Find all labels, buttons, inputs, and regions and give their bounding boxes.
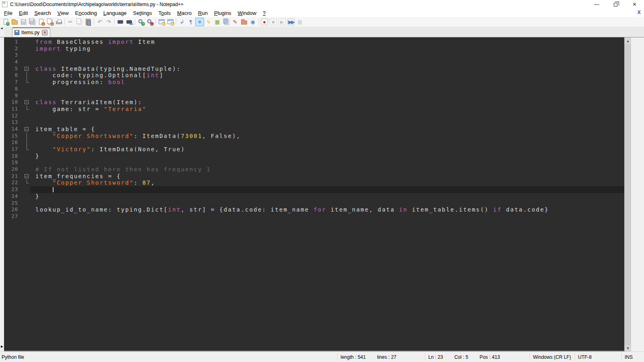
scrollbar-thumb[interactable] — [625, 44, 631, 345]
fold-margin — [23, 133, 31, 140]
zoom-in-icon[interactable]: + — [136, 18, 145, 26]
code-text: lookup_id_to_name: typing.Dict[int, str]… — [31, 206, 624, 213]
code-line-13: 13 — [4, 119, 624, 126]
line-number: 10 — [4, 99, 23, 106]
macro-stop-icon[interactable]: ■ — [269, 18, 278, 26]
text-caret — [53, 187, 54, 192]
menu-help[interactable]: ? — [260, 10, 269, 16]
show-indent-guide-icon[interactable]: ≡ — [195, 18, 204, 26]
line-number: 6 — [4, 72, 23, 79]
menu-plugins[interactable]: Plugins — [211, 10, 235, 16]
code-text: class TerrariaItem(Item): — [31, 99, 624, 106]
menu-view[interactable]: View — [54, 10, 72, 16]
line-number: 23 — [4, 186, 23, 193]
toolbar-separator — [155, 19, 156, 25]
code-editor[interactable]: 1from BaseClasses import Item2import typ… — [4, 37, 624, 352]
find-icon[interactable] — [116, 18, 125, 26]
fold-margin — [23, 59, 31, 66]
monitoring-icon[interactable]: ◉ — [248, 18, 257, 26]
word-wrap-icon[interactable]: ↲ — [178, 18, 186, 26]
code-line-12: 12 — [4, 113, 624, 119]
tab-close-icon[interactable]: ✕ — [42, 30, 47, 35]
function-list-icon[interactable]: ϟ — [204, 18, 213, 26]
menu-macro[interactable]: Macro — [174, 10, 195, 16]
code-line-6: 6 code: typing.Optional[int] — [4, 72, 624, 79]
document-map-icon[interactable]: ▦ — [213, 18, 222, 26]
grip-dots-bottom: :::: — [0, 348, 4, 352]
replace-icon[interactable]: ab — [125, 18, 134, 26]
menu-window[interactable]: Window — [235, 10, 260, 16]
fold-collapse-icon[interactable]: − — [25, 174, 29, 178]
status-eol-format[interactable]: Windows (CR LF) — [530, 353, 575, 361]
open-file-icon[interactable] — [10, 18, 19, 26]
macro-run-multiple-icon[interactable]: ▶▶ — [287, 18, 295, 26]
code-line-14: 14−item_table = { — [4, 126, 624, 133]
title-bar: C:\Users\Dood\Documents\tmp\Archipelago\… — [0, 0, 644, 9]
status-length-lines: length : 541lines : 27 — [337, 353, 425, 361]
close-all-icon[interactable]: – — [45, 18, 54, 26]
menu-encoding[interactable]: Encoding — [72, 10, 100, 16]
line-number: 14 — [4, 126, 23, 133]
menu-edit[interactable]: Edit — [16, 10, 31, 16]
minimize-button[interactable]: — — [587, 0, 606, 9]
fold-margin — [23, 113, 31, 119]
save-icon[interactable] — [19, 18, 28, 26]
restore-button[interactable] — [606, 0, 625, 9]
macro-play-icon[interactable]: ▶ — [278, 18, 287, 26]
fold-margin — [23, 119, 31, 126]
cut-icon[interactable]: ✂ — [66, 18, 75, 26]
fold-collapse-icon[interactable]: − — [25, 100, 29, 104]
fold-margin — [23, 139, 31, 146]
vertical-scrollbar[interactable]: ▲ ▼ — [624, 37, 631, 352]
macro-save-icon[interactable]: ▦ — [295, 18, 304, 26]
grip-dots-top: :::: — [0, 37, 4, 41]
toolbar-separator — [176, 19, 176, 25]
print-icon[interactable] — [54, 18, 63, 26]
folder-as-workspace-icon[interactable] — [239, 18, 248, 26]
sync-vertical-icon[interactable]: ■ — [157, 18, 166, 26]
copy-icon[interactable] — [75, 18, 84, 26]
undo-icon[interactable]: ↶ — [95, 18, 104, 26]
status-doc-type: Python file — [0, 353, 337, 361]
code-text — [31, 159, 624, 166]
menu-tools[interactable]: Tools — [155, 10, 174, 16]
menu-file[interactable]: File — [1, 10, 16, 16]
new-file-icon[interactable]: + — [1, 18, 10, 26]
document-switcher-icon[interactable] — [222, 18, 231, 26]
menu-language[interactable]: Language — [100, 10, 130, 16]
fold-collapse-icon[interactable]: − — [25, 127, 29, 131]
macro-record-icon[interactable]: ● — [260, 18, 269, 26]
paste-icon[interactable] — [84, 18, 93, 26]
menu-run[interactable]: Run — [195, 10, 211, 16]
restore-icon — [614, 3, 617, 6]
scroll-down-icon[interactable]: ▼ — [625, 345, 631, 352]
code-text: "Copper Shortsword": ItemData(73001, Fal… — [31, 133, 624, 140]
fold-collapse-icon[interactable]: − — [25, 67, 29, 71]
scroll-up-icon[interactable]: ▲ — [625, 37, 631, 44]
code-text: item_table = { — [31, 126, 624, 133]
show-all-characters-icon[interactable]: ¶ — [186, 18, 195, 26]
fold-margin — [23, 186, 31, 193]
code-text: game: str = "Terraria" — [31, 106, 624, 113]
fold-margin — [23, 159, 31, 166]
tab-items-py[interactable]: Items.py ✕ — [12, 27, 50, 37]
status-encoding[interactable]: UTF-8 — [575, 353, 621, 361]
sync-horizontal-icon[interactable]: ■ — [166, 18, 175, 26]
redo-icon[interactable]: ↷ — [104, 18, 113, 26]
close-icon[interactable]: – — [37, 18, 45, 26]
save-all-icon[interactable] — [28, 18, 37, 26]
code-text: "Victory": ItemData(None, True) — [31, 146, 624, 153]
code-text — [31, 119, 624, 126]
fold-margin: − — [23, 66, 31, 72]
line-number: 18 — [4, 153, 23, 160]
toolbar-separator — [64, 19, 65, 25]
status-insert-mode[interactable]: INS — [621, 353, 644, 361]
menu-search[interactable]: Search — [31, 10, 54, 16]
menu-settings[interactable]: Settings — [130, 10, 155, 16]
function-signature-icon[interactable]: ✎ — [231, 18, 239, 26]
zoom-out-icon[interactable]: – — [145, 18, 154, 26]
dock-grip-top: ◄​ — [0, 27, 4, 37]
close-button[interactable]: ✕ — [625, 0, 644, 9]
close-document-button[interactable]: X — [637, 9, 641, 15]
line-number: 8 — [4, 86, 23, 93]
